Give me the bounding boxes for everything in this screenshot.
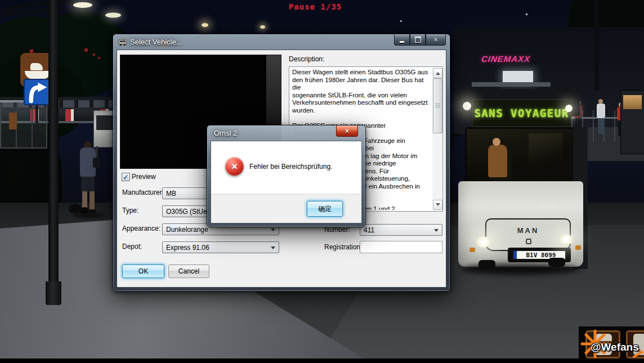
type-label: Type: — [122, 207, 138, 214]
street-lamp-glow — [260, 25, 265, 29]
lamp-head-glow — [74, 2, 91, 8]
dog-silhouette — [69, 204, 82, 213]
error-button-strip: 确定 — [211, 194, 361, 223]
wheel — [478, 260, 495, 269]
game-screenshot: CINEMAXX — [0, 0, 644, 363]
depot-label: Depot: — [122, 243, 142, 250]
error-icon: × — [225, 157, 244, 176]
headlight — [558, 234, 574, 245]
headlight — [475, 236, 492, 248]
description-label: Description: — [289, 55, 324, 63]
number-combobox[interactable]: 411 — [360, 224, 442, 236]
error-dialog-client: × Fehler bei Bereichsprüfung. 确定 — [211, 141, 362, 223]
scroll-up-icon — [436, 70, 440, 75]
pedestrian-shorts — [81, 177, 95, 191]
select-vehicle-titlebar[interactable]: Select Vehicle... × — [113, 34, 450, 50]
watermark-text: @Wefans — [591, 341, 639, 353]
marker-light-glow — [565, 105, 573, 112]
dog-silhouette — [80, 207, 89, 214]
registration-input[interactable] — [360, 241, 442, 253]
bus-shelter — [0, 101, 47, 149]
bottom-letterbox — [0, 358, 644, 363]
blue-arrow-sign — [24, 79, 50, 105]
boat-icon — [25, 71, 51, 79]
wheel — [548, 258, 565, 267]
error-close-button[interactable]: × — [336, 126, 358, 137]
maximize-button[interactable] — [410, 34, 426, 46]
bus-destination-display: SANS VOYAGEUR — [472, 99, 571, 127]
person-legs — [598, 118, 605, 134]
pedestrian-bag — [93, 158, 100, 168]
lamp-pole — [48, 0, 59, 288]
depot-value: Express 91.06 — [166, 244, 209, 252]
platform-kiosk — [620, 90, 644, 154]
lamp-head-glow — [106, 13, 120, 17]
number-value: 411 — [364, 226, 374, 234]
app-bus-icon — [118, 38, 127, 46]
depot-combobox[interactable]: Express 91.06 — [162, 241, 279, 253]
ok-button[interactable]: OK — [122, 265, 164, 278]
right-turn-arrow-icon — [25, 80, 49, 104]
kiosk-lit-window — [623, 95, 642, 109]
marker-light-glow — [463, 102, 471, 110]
close-icon: × — [433, 36, 437, 44]
bus-destination-text: SANS VOYAGEUR — [474, 107, 569, 119]
close-icon: × — [345, 127, 349, 135]
manufacturer-label: Manufacturer: — [122, 189, 164, 196]
error-dialog: Omsi 2 × × Fehler bei Bereichsprüfung. 确… — [207, 125, 366, 227]
bus: SANS VOYAGEUR 8099 MAN — [449, 83, 591, 277]
appearance-label: Appearance: — [122, 225, 160, 232]
blinker — [575, 245, 581, 250]
pause-indicator: Pause 1/35 — [289, 2, 342, 11]
preview-label: Preview — [132, 173, 156, 181]
pedestrian-shoe — [89, 209, 96, 213]
driver-head — [493, 138, 500, 146]
checkmark-icon: ✓ — [123, 174, 128, 180]
registration-label: Registration: — [324, 243, 362, 251]
shelter-mullion — [32, 102, 33, 147]
bus-front-mask: MAN — [485, 218, 571, 251]
close-button[interactable]: × — [426, 34, 446, 46]
error-message: Fehler bei Bereichsprüfung. — [249, 163, 332, 171]
minimize-icon — [400, 41, 404, 43]
description-scrollbar[interactable] — [432, 68, 442, 210]
confirm-button-label: 确定 — [318, 204, 332, 214]
manufacturer-value: MB — [166, 190, 176, 198]
sign-pole — [35, 105, 38, 138]
street-lamp-glow — [202, 23, 208, 27]
dropdown-arrow-icon — [434, 229, 439, 234]
scroll-down-icon — [436, 203, 440, 208]
maximize-icon — [415, 37, 421, 43]
man-emblem-icon — [526, 239, 531, 244]
scroll-up-button[interactable] — [433, 68, 442, 78]
blinker — [469, 248, 475, 252]
dropdown-arrow-icon — [271, 247, 275, 252]
appearance-value: Dunkelorange — [166, 226, 208, 234]
cinemaxx-sign: CINEMAXX — [481, 54, 531, 64]
error-dialog-titlebar[interactable]: Omsi 2 × — [207, 126, 365, 141]
error-x-glyph: × — [231, 160, 238, 173]
platform-person — [596, 99, 606, 135]
mirror — [451, 134, 454, 149]
scroll-thumb[interactable] — [433, 78, 442, 133]
minimize-button[interactable] — [394, 34, 410, 46]
windshield-reflection — [529, 133, 562, 181]
preview-checkbox[interactable]: ✓ — [122, 173, 130, 181]
dropdown-arrow-icon — [271, 228, 275, 234]
cancel-button-label: Cancel — [178, 267, 199, 275]
person-head — [598, 99, 603, 104]
bus-fleet-number: 8099 — [542, 203, 557, 209]
window-title: Select Vehicle... — [130, 38, 182, 46]
man-logo: MAN — [486, 226, 570, 235]
bus-windshield — [465, 127, 574, 186]
scroll-down-button[interactable] — [433, 200, 442, 210]
ticket-machine — [9, 113, 17, 129]
cancel-button[interactable]: Cancel — [168, 265, 209, 278]
lamp-pole-base — [46, 281, 61, 305]
ok-button-label: OK — [138, 267, 148, 275]
lit-sign — [503, 71, 533, 83]
error-dialog-title: Omsi 2 — [214, 129, 237, 137]
pedestrian-leg — [90, 191, 95, 210]
person-torso — [597, 104, 605, 118]
confirm-button[interactable]: 确定 — [307, 201, 343, 217]
